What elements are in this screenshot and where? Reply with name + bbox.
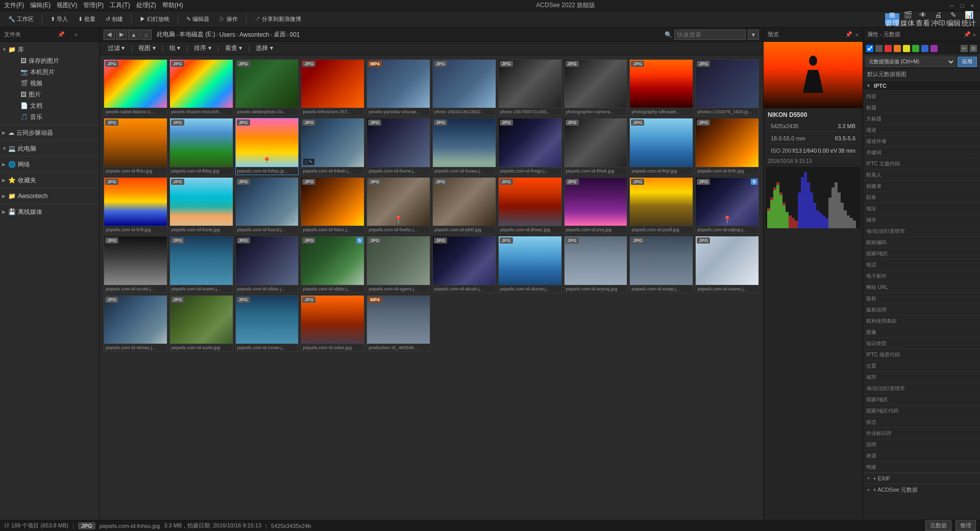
thumb-cell[interactable]: JPGphoto-1563413613822... bbox=[432, 59, 496, 116]
thumb-cell[interactable]: JPGphotos-1150076_1920.jp... bbox=[695, 59, 759, 116]
thumb-cell[interactable]: MP4production ID_483598... bbox=[366, 295, 430, 352]
window-maximize-btn[interactable]: □ bbox=[959, 2, 966, 9]
toolbar-import[interactable]: ⬆ 导入 bbox=[46, 13, 72, 26]
color-tag-green[interactable] bbox=[912, 45, 919, 52]
view-mode-edit[interactable]: ✎ 编辑 bbox=[946, 13, 961, 26]
filter-btn-see[interactable]: 着查 ▾ bbox=[221, 43, 246, 54]
thumb-cell[interactable]: JPGphotographer-camera... bbox=[564, 59, 628, 116]
thumb-cell[interactable]: JPGpiqsels.com-id-fnune.j... bbox=[366, 118, 430, 175]
metadata-checkbox[interactable] bbox=[866, 45, 873, 52]
tree-item-saved-photos[interactable]: 🖼 保存的图片 bbox=[0, 55, 99, 66]
thumb-cell[interactable]: JPGpexels-sabel-blanco-1... bbox=[104, 59, 167, 116]
status-organize-btn[interactable]: 整理 bbox=[955, 520, 976, 531]
thumb-cell[interactable]: JPGpiqsels.com-id-jzydl.jpg bbox=[629, 177, 693, 234]
color-tag-grey[interactable] bbox=[875, 45, 883, 52]
tree-item-awsontech[interactable]: ▶ 📁 Awsontech bbox=[0, 190, 99, 202]
menu-view[interactable]: 视图(V) bbox=[57, 1, 77, 10]
toolbar-action[interactable]: ▷ 操作 bbox=[215, 13, 242, 26]
toolbar-batch[interactable]: ⬇ 批量 bbox=[74, 13, 100, 26]
preview-pin[interactable]: 📌 bbox=[845, 31, 852, 38]
tree-item-this-pc[interactable]: ▼ 💻 此电脑 bbox=[0, 143, 99, 154]
thumb-cell[interactable]: JPGpexels-skitterphoto-24... bbox=[235, 59, 299, 116]
view-mode-view[interactable]: 👁 查看 bbox=[916, 13, 930, 26]
view-mode-print[interactable]: 🖨 冲印 bbox=[931, 13, 945, 26]
thumb-cell[interactable]: JPGpexels-tofroscom-257... bbox=[301, 59, 364, 116]
menu-help[interactable]: 帮助(H) bbox=[162, 1, 183, 10]
filter-btn-sort[interactable]: 排序 ▾ bbox=[190, 43, 215, 54]
menu-file[interactable]: 文件(F) bbox=[4, 1, 24, 10]
tag-more-btn[interactable]: ✏ bbox=[961, 45, 968, 52]
thumb-cell[interactable]: JPGpiqsels.com-id-frrft.jpg bbox=[104, 177, 167, 234]
color-tag-blue[interactable] bbox=[921, 45, 928, 52]
toolbar-create[interactable]: ↺ 创建 bbox=[102, 13, 127, 26]
nav-forward-btn[interactable]: ▶ bbox=[116, 30, 127, 40]
search-input[interactable] bbox=[674, 30, 746, 40]
thumb-cell[interactable]: JPGphotography-silhouett... bbox=[629, 59, 693, 116]
color-tag-yellow[interactable] bbox=[903, 45, 910, 52]
tree-item-offline[interactable]: ▶ 💾 离线媒体 bbox=[0, 206, 99, 218]
thumb-cell[interactable]: JPGpiqsels.com-id-frhek.jpg bbox=[564, 118, 628, 175]
metadata-apply-btn[interactable]: 应用 bbox=[958, 57, 977, 67]
metadata-preset-dropdown[interactable]: 元数据预设值 (Ctrl+M) bbox=[866, 57, 955, 67]
tree-item-pictures[interactable]: 🖼 图片 bbox=[0, 89, 99, 100]
left-panel-pin[interactable]: 📌 bbox=[51, 31, 71, 38]
window-minimize-btn[interactable]: ─ bbox=[948, 2, 955, 9]
breadcrumb-desktop[interactable]: 桌面 bbox=[274, 30, 286, 39]
thumb-cell[interactable]: JPGpiqsels.com-id-zxkei.jpg bbox=[301, 295, 364, 352]
breadcrumb-users[interactable]: Users bbox=[219, 31, 235, 38]
thumb-cell[interactable]: JPGpiqsels.com-id-frznb.jpg bbox=[169, 177, 233, 234]
filter-btn-select[interactable]: 选择 ▾ bbox=[252, 43, 277, 54]
view-mode-media[interactable]: 🎬 媒体 bbox=[900, 13, 915, 26]
menu-edit[interactable]: 编辑(E) bbox=[30, 1, 51, 10]
view-mode-manage[interactable]: ⊞ 管理 bbox=[885, 13, 899, 26]
tree-item-favorites[interactable]: ▶ ⭐ 收藏夹 bbox=[0, 175, 99, 186]
nav-back-btn[interactable]: ◀ bbox=[104, 30, 115, 40]
exif-toggle[interactable]: + + EXIF bbox=[863, 473, 980, 484]
color-tag-orange[interactable] bbox=[894, 45, 901, 52]
right-panel-close[interactable]: × bbox=[973, 32, 976, 38]
left-panel-close[interactable]: × bbox=[75, 32, 95, 38]
toolbar-editor[interactable]: ✎ 编辑器 bbox=[182, 13, 213, 26]
toolbar-share[interactable]: ↗ 分享到新浪微博 bbox=[251, 13, 305, 26]
nav-home-btn[interactable]: ⌂ bbox=[140, 30, 152, 40]
thumb-cell[interactable]: JPGpiqsels.com-id-skcah.j... bbox=[432, 236, 496, 293]
thumb-cell[interactable]: JPGpiqsels.com-id-fnuwu.j... bbox=[432, 118, 496, 175]
filter-btn-group[interactable]: 组 ▾ bbox=[165, 43, 184, 54]
menu-process[interactable]: 处理(Z) bbox=[136, 1, 156, 10]
thumb-cell[interactable]: JPGpiqsels.com-id-sfdoc.j... bbox=[235, 236, 299, 293]
tree-item-cloud[interactable]: ▶ ☁ 云同步驱动器 bbox=[0, 127, 99, 138]
thumb-cell[interactable]: JPGpiqsels.com-id-srsep.j... bbox=[629, 236, 693, 293]
thumb-cell[interactable]: JPGpiqsels.com-id-scceh.j... bbox=[104, 236, 167, 293]
tree-item-music[interactable]: 🎵 音乐 bbox=[0, 111, 99, 123]
keywords-edit-btn[interactable]: … bbox=[970, 149, 977, 156]
right-panel-pin[interactable]: 📌 bbox=[964, 31, 971, 38]
breadcrumb-thispc[interactable]: 此电脑 bbox=[157, 30, 175, 39]
menu-tools[interactable]: 工具(T) bbox=[110, 1, 130, 10]
filter-btn-filter[interactable]: 过滤 ▾ bbox=[104, 43, 129, 54]
preview-close[interactable]: × bbox=[855, 32, 859, 38]
thumb-cell[interactable]: JPG5piqsels.com-id-sfpbz.j... bbox=[301, 236, 364, 293]
tree-item-local-photos[interactable]: 📷 本机照片 bbox=[0, 66, 99, 78]
thumb-cell[interactable]: JPGpiqsels.com-id-snyxaj.jpg bbox=[564, 236, 628, 293]
filter-panel-toggle[interactable]: ▼ bbox=[748, 30, 759, 40]
thumb-cell[interactable]: JPG5📍piqsels.com-id-oqkup.j... bbox=[695, 177, 759, 234]
thumb-cell[interactable]: JPGpiqsels.com-id-fkfey.jpg bbox=[169, 118, 233, 175]
thumb-cell[interactable]: JPG✓piqsels.com-id-fuocd.j... bbox=[235, 177, 299, 234]
toolbar-slideshow[interactable]: ▶ 幻灯放映 bbox=[136, 13, 174, 26]
thumb-cell[interactable]: JPGpiqsels.com-id-sswns.j... bbox=[695, 236, 759, 293]
thumb-cell[interactable]: JPG📍piqsels.com-id-fvwhc.j... bbox=[366, 177, 430, 234]
thumb-cell[interactable]: JPGpexels-sharon-mccutch... bbox=[169, 59, 233, 116]
thumb-cell[interactable]: JPGpiqsels.com-id-scetm.j... bbox=[169, 236, 233, 293]
tag-settings-btn[interactable]: ⚙ bbox=[970, 45, 977, 52]
breadcrumb-drive[interactable]: 本地磁盘 (E:) bbox=[179, 30, 215, 39]
thumb-cell[interactable]: JPGpiqsels.com-id-frrfn.jpg bbox=[695, 118, 759, 175]
tree-item-network[interactable]: ▶ 🌐 网络 bbox=[0, 159, 99, 170]
thumb-cell[interactable]: JPGpiqsels.com-id-jrvrj.jpg bbox=[564, 177, 628, 234]
thumb-cell[interactable]: JPGpiqsels.com-id-stmwz.j... bbox=[104, 295, 167, 352]
tree-item-docs[interactable]: 📄 文档 bbox=[0, 100, 99, 111]
thumb-cell[interactable]: JPGpiqsels.com-id-zvxwr.j... bbox=[235, 295, 299, 352]
toolbar-workspace[interactable]: 🔧 🔧 工作区工作区 bbox=[4, 13, 38, 26]
folder-tree[interactable]: ▼ 📁 库 🖼 保存的图片 📷 本机照片 🎬 视频 bbox=[0, 42, 99, 520]
thumb-cell[interactable]: JPGpiqsels.com-id-ffvlu.jpg bbox=[104, 118, 167, 175]
iptc-section-header[interactable]: ▼ IPTC bbox=[863, 81, 980, 91]
